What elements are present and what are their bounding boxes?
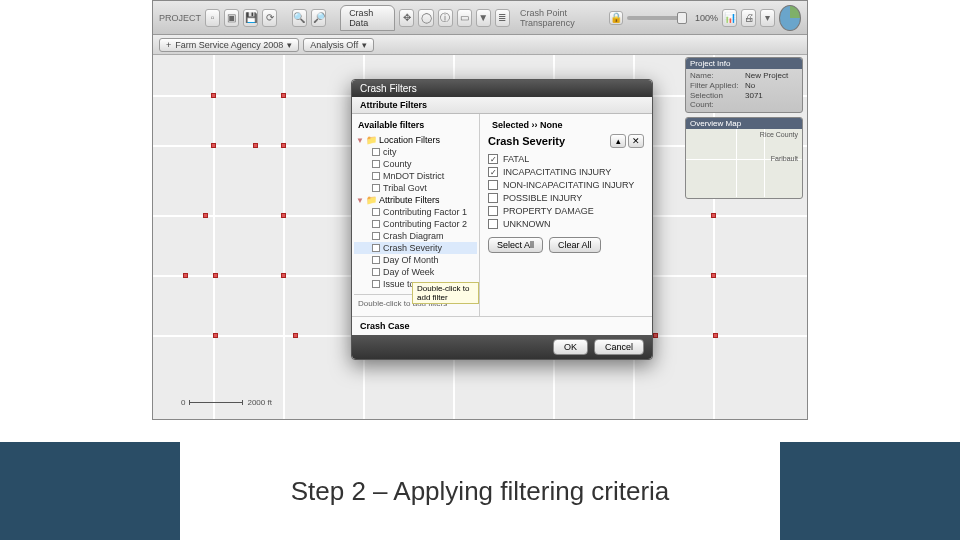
- slide-caption-band: Step 2 – Applying filtering criteria: [0, 442, 960, 540]
- overview-map-header: Overview Map: [686, 118, 802, 129]
- ok-button[interactable]: OK: [553, 339, 588, 355]
- filter-cf2[interactable]: Contributing Factor 2: [354, 218, 477, 230]
- zoom-in-icon[interactable]: 🔍: [292, 9, 307, 27]
- selected-filters-header: Selected ›› None: [492, 120, 640, 130]
- dialog-title: Crash Filters: [352, 80, 652, 97]
- checkbox-icon[interactable]: [488, 180, 498, 190]
- project-info-panel: Project Info Name:New Project Filter App…: [685, 57, 803, 113]
- cancel-button[interactable]: Cancel: [594, 339, 644, 355]
- analysis-select[interactable]: Analysis Off ▾: [303, 38, 374, 52]
- zoom-out-icon[interactable]: 🔎: [311, 9, 326, 27]
- crash-case-section[interactable]: Crash Case: [352, 316, 652, 335]
- severity-option-label: PROPERTY DAMAGE: [503, 206, 594, 216]
- new-icon[interactable]: ▫: [205, 9, 220, 27]
- collapse-icon[interactable]: ▴: [610, 134, 626, 148]
- transparency-value: 100%: [695, 13, 718, 23]
- basemap-select[interactable]: + Farm Service Agency 2008 ▾: [159, 38, 299, 52]
- overview-map[interactable]: Overview Map Rice County Faribault: [685, 117, 803, 199]
- severity-option-3[interactable]: POSSIBLE INJURY: [488, 193, 644, 203]
- save-icon[interactable]: 💾: [243, 9, 258, 27]
- project-label: PROJECT: [159, 13, 201, 23]
- chevron-down-icon[interactable]: ▾: [760, 9, 775, 27]
- scale-bar: 0 2000 ft: [181, 398, 272, 407]
- filter-tribal[interactable]: Tribal Govt: [354, 182, 477, 194]
- severity-option-0[interactable]: FATAL: [488, 154, 644, 164]
- clear-all-button[interactable]: Clear All: [549, 237, 601, 253]
- app-logo-icon: [779, 5, 801, 31]
- basemap-bar: + Farm Service Agency 2008 ▾ Analysis Of…: [153, 35, 807, 55]
- severity-option-5[interactable]: UNKNOWN: [488, 219, 644, 229]
- checkbox-icon[interactable]: [488, 154, 498, 164]
- checkbox-icon[interactable]: [488, 219, 498, 229]
- main-toolbar: PROJECT ▫ ▣ 💾 ⟳ 🔍 🔎 Crash Data ✥ ◯ ⓘ ▭ ▼…: [153, 1, 807, 35]
- layers-icon[interactable]: ≣: [495, 9, 510, 27]
- extent-icon[interactable]: ◯: [418, 9, 433, 27]
- transparency-slider[interactable]: [627, 16, 687, 20]
- select-all-button[interactable]: Select All: [488, 237, 543, 253]
- project-info-header: Project Info: [686, 58, 802, 69]
- checkbox-icon[interactable]: [488, 167, 498, 177]
- severity-option-label: UNKNOWN: [503, 219, 551, 229]
- attribute-filters-group[interactable]: ▼📁Attribute Filters: [354, 194, 477, 206]
- filter-severity[interactable]: Crash Severity: [354, 242, 477, 254]
- pan-icon[interactable]: ✥: [399, 9, 414, 27]
- available-filters-header: Available filters: [358, 120, 473, 130]
- filter-icon[interactable]: ▼: [476, 9, 491, 27]
- crash-data-tab[interactable]: Crash Data: [340, 5, 395, 31]
- overview-region: Rice County: [760, 131, 798, 138]
- crash-filters-dialog: Crash Filters Attribute Filters Availabl…: [351, 79, 653, 360]
- severity-option-label: FATAL: [503, 154, 529, 164]
- severity-option-2[interactable]: NON-INCAPACITATING INJURY: [488, 180, 644, 190]
- filter-county[interactable]: County: [354, 158, 477, 170]
- lock-icon[interactable]: 🔒: [609, 11, 623, 25]
- select-icon[interactable]: ▭: [457, 9, 472, 27]
- location-filters-group[interactable]: ▼📁Location Filters: [354, 134, 477, 146]
- open-icon[interactable]: ▣: [224, 9, 239, 27]
- checkbox-icon[interactable]: [488, 193, 498, 203]
- overview-city: Faribault: [771, 155, 798, 162]
- filter-diagram[interactable]: Crash Diagram: [354, 230, 477, 242]
- severity-option-label: INCAPACITATING INJURY: [503, 167, 611, 177]
- filter-day-week[interactable]: Day of Week: [354, 266, 477, 278]
- tooltip-hint: Double-click to add filter: [412, 282, 479, 304]
- severity-option-label: POSSIBLE INJURY: [503, 193, 582, 203]
- filter-district[interactable]: MnDOT District: [354, 170, 477, 182]
- chart-icon[interactable]: 📊: [722, 9, 737, 27]
- identify-icon[interactable]: ⓘ: [438, 9, 453, 27]
- filter-city[interactable]: city: [354, 146, 477, 158]
- refresh-icon[interactable]: ⟳: [262, 9, 277, 27]
- app-screenshot: PROJECT ▫ ▣ 💾 ⟳ 🔍 🔎 Crash Data ✥ ◯ ⓘ ▭ ▼…: [152, 0, 808, 420]
- checkbox-icon[interactable]: [488, 206, 498, 216]
- severity-option-4[interactable]: PROPERTY DAMAGE: [488, 206, 644, 216]
- severity-option-1[interactable]: INCAPACITATING INJURY: [488, 167, 644, 177]
- slide-caption: Step 2 – Applying filtering criteria: [180, 442, 780, 540]
- filter-cf1[interactable]: Contributing Factor 1: [354, 206, 477, 218]
- severity-option-label: NON-INCAPACITATING INJURY: [503, 180, 634, 190]
- filter-day-month[interactable]: Day Of Month: [354, 254, 477, 266]
- available-filters-panel: Available filters ▼📁Location Filters cit…: [352, 114, 480, 316]
- severity-header: Crash Severity: [488, 135, 565, 147]
- dialog-subtitle: Attribute Filters: [352, 97, 652, 114]
- selected-filters-panel: Selected ›› None Crash Severity ▴ ✕ FATA…: [480, 114, 652, 316]
- print-icon[interactable]: 🖨: [741, 9, 756, 27]
- remove-icon[interactable]: ✕: [628, 134, 644, 148]
- transparency-label: Crash Point Transparency: [520, 8, 605, 28]
